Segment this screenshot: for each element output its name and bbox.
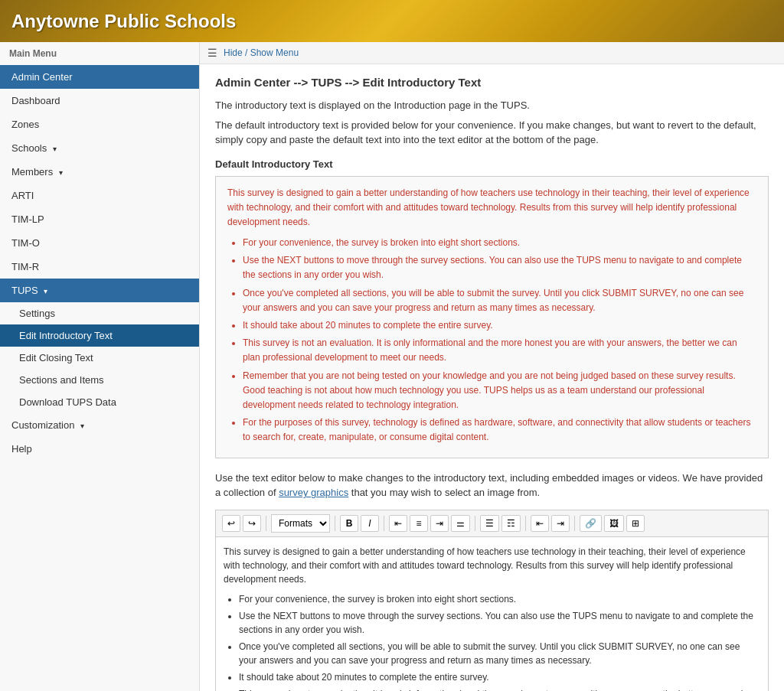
sidebar-item-edit-intro-text[interactable]: Edit Introductory Text	[0, 324, 199, 347]
list-item: Once you've completed all sections, you …	[243, 286, 756, 315]
list-item: This survey is not an evaluation. It is …	[239, 687, 760, 692]
editor-area[interactable]: This survey is designed to gain a better…	[215, 536, 769, 692]
main-content: ☰ Hide / Show Menu Admin Center --> TUPS…	[200, 42, 784, 691]
toolbar-separator-5	[525, 516, 526, 531]
sidebar-item-arti[interactable]: ARTI	[0, 184, 199, 207]
link-button[interactable]: 🔗	[580, 515, 602, 532]
sidebar-item-help[interactable]: Help	[0, 437, 199, 461]
intro-description: The introductory text is displayed on th…	[215, 98, 769, 113]
align-justify-button[interactable]: ⚌	[451, 515, 470, 532]
hide-show-menu-link[interactable]: Hide / Show Menu	[224, 47, 299, 58]
toolbar-separator-6	[574, 516, 575, 531]
editor-bullets-list: For your convenience, the survey is brok…	[224, 592, 760, 692]
sidebar-item-sections-and-items[interactable]: Sections and Items	[0, 369, 199, 391]
toolbar-separator	[266, 516, 266, 531]
toolbar-separator-4	[475, 516, 475, 531]
default-text-bullets: For your convenience, the survey is brok…	[227, 236, 756, 445]
redo-button[interactable]: ↪	[243, 515, 261, 532]
indent-button[interactable]: ⇥	[551, 515, 570, 532]
align-left-button[interactable]: ⇤	[389, 515, 407, 532]
align-center-button[interactable]: ≡	[410, 515, 428, 532]
sidebar-item-tim-lp[interactable]: TIM-LP	[0, 207, 199, 231]
sidebar-item-download-tups-data[interactable]: Download TUPS Data	[0, 391, 199, 413]
sidebar-section-label: Main Menu	[0, 42, 199, 65]
sidebar-item-settings[interactable]: Settings	[0, 302, 199, 324]
list-item: Use the NEXT buttons to move through the…	[239, 609, 760, 637]
toolbar-separator-3	[384, 516, 384, 531]
list-item: Once you've completed all sections, you …	[239, 640, 760, 667]
list-item: It should take about 20 minutes to compl…	[243, 318, 756, 333]
editor-content-para: This survey is designed to gain a better…	[224, 545, 760, 586]
sidebar-item-schools[interactable]: Schools ▾	[0, 136, 199, 160]
outdent-button[interactable]: ⇤	[531, 515, 549, 532]
toolbar-separator-2	[335, 516, 335, 531]
sidebar-item-zones[interactable]: Zones	[0, 112, 199, 136]
sidebar-item-dashboard[interactable]: Dashboard	[0, 89, 199, 112]
sidebar-item-tups[interactable]: TUPS ▾	[0, 279, 199, 302]
sidebar-item-tim-r[interactable]: TIM-R	[0, 255, 199, 279]
main-layout: Main Menu Admin Center Dashboard Zones S…	[0, 42, 784, 691]
sidebar-item-admin-center[interactable]: Admin Center	[0, 65, 199, 89]
list-item: Use the NEXT buttons to move through the…	[243, 253, 756, 282]
list-item: This survey is not an evaluation. It is …	[243, 336, 756, 365]
hamburger-icon[interactable]: ☰	[207, 47, 217, 59]
list-item: For your convenience, the survey is brok…	[239, 592, 760, 606]
editor-toolbar: ↩ ↪ Formats B I ⇤ ≡ ⇥ ⚌ ☰ ☶ ⇤ ⇥	[215, 510, 769, 536]
page-content: Admin Center --> TUPS --> Edit Introduct…	[200, 64, 784, 691]
list-item: For the purposes of this survey, technol…	[243, 416, 756, 445]
image-button[interactable]: 🖼	[604, 515, 624, 532]
app-title: Anytowne Public Schools	[11, 11, 236, 32]
editor-instruction-end: that you may wish to select an image fro…	[351, 487, 540, 498]
menu-bar: ☰ Hide / Show Menu	[200, 42, 784, 64]
sidebar-item-members[interactable]: Members ▾	[0, 160, 199, 184]
default-notice: The default introductory text is provide…	[215, 118, 769, 148]
app-header: Anytowne Public Schools	[0, 0, 784, 42]
italic-button[interactable]: I	[361, 515, 379, 532]
breadcrumb: Admin Center --> TUPS --> Edit Introduct…	[215, 76, 769, 89]
list-item: It should take about 20 minutes to compl…	[239, 670, 760, 684]
table-button[interactable]: ⊞	[626, 515, 645, 532]
list-item: Remember that you are not being tested o…	[243, 369, 756, 413]
list-item: For your convenience, the survey is brok…	[243, 236, 756, 250]
sidebar-item-customization[interactable]: Customization ▾	[0, 413, 199, 437]
editor-instruction: Use the text editor below to make change…	[215, 471, 769, 500]
formats-select[interactable]: Formats	[271, 514, 330, 533]
ordered-list-button[interactable]: ☶	[501, 515, 521, 532]
sidebar: Main Menu Admin Center Dashboard Zones S…	[0, 42, 200, 691]
default-text-para: This survey is designed to gain a better…	[227, 186, 756, 230]
unordered-list-button[interactable]: ☰	[480, 515, 499, 532]
align-right-button[interactable]: ⇥	[430, 515, 449, 532]
survey-graphics-link[interactable]: survey graphics	[279, 487, 348, 498]
bold-button[interactable]: B	[340, 515, 358, 532]
default-text-box: This survey is designed to gain a better…	[215, 176, 769, 458]
sidebar-item-tim-o[interactable]: TIM-O	[0, 231, 199, 255]
sidebar-item-edit-closing-text[interactable]: Edit Closing Text	[0, 347, 199, 369]
undo-button[interactable]: ↩	[222, 515, 240, 532]
default-text-label: Default Introductory Text	[215, 158, 769, 170]
